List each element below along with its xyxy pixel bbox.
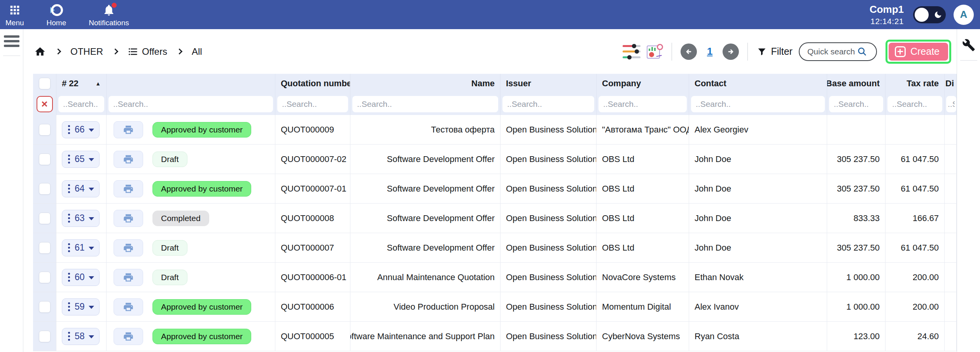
print-button[interactable] (114, 328, 143, 345)
issuer-cell: Open Business Solutions (500, 263, 597, 292)
printer-icon (123, 331, 134, 342)
search-cell-base-amount (827, 93, 886, 115)
row-select-checkbox[interactable] (39, 331, 51, 342)
search-input-quotation[interactable] (277, 96, 348, 112)
reports-dashboard-icon[interactable] (647, 44, 663, 59)
name-cell: Software Development Offer (350, 233, 500, 263)
bell-icon (102, 3, 116, 17)
search-input-contact[interactable] (691, 96, 825, 112)
home-button[interactable]: Home (47, 2, 66, 27)
dark-mode-toggle[interactable] (913, 6, 946, 23)
row-menu-button[interactable]: 63 (62, 210, 100, 227)
search-input-actions[interactable] (108, 96, 273, 112)
print-button[interactable] (114, 210, 143, 227)
arrow-right-icon (726, 47, 735, 56)
search-input-name[interactable] (352, 96, 498, 112)
column-header-discount[interactable]: Di (945, 74, 957, 93)
row-select-checkbox[interactable] (39, 272, 51, 283)
company-cell: OBS Ltd (597, 174, 689, 204)
row-select-checkbox[interactable] (39, 242, 51, 254)
name-cell: Тестова оферта (350, 115, 500, 145)
view-settings-sliders-icon[interactable] (623, 44, 640, 59)
column-header-base-amount[interactable]: Base amount (827, 74, 886, 93)
print-button[interactable] (114, 239, 143, 256)
print-button[interactable] (114, 151, 143, 168)
name-cell: Software Development Offer (350, 145, 500, 174)
row-select-checkbox[interactable] (39, 153, 51, 165)
row-menu-button[interactable]: 64 (62, 180, 100, 197)
column-header-quotation[interactable]: Quotation number (275, 74, 350, 93)
menu-button[interactable]: Menu (5, 2, 24, 27)
previous-page-button[interactable] (681, 44, 697, 60)
breadcrumb-item-other[interactable]: OTHER (70, 46, 103, 57)
home-label: Home (47, 19, 66, 27)
search-input-discount[interactable] (946, 96, 956, 112)
contact-cell: John Doe (689, 233, 827, 263)
select-all-checkbox[interactable] (39, 78, 51, 89)
create-button[interactable]: Create (889, 43, 948, 61)
toolbar-row: OTHER Offers All (23, 29, 957, 74)
tax-rate-cell: 200.00 (886, 263, 945, 292)
row-select-checkbox[interactable] (39, 124, 51, 136)
search-input-tax-rate[interactable] (887, 96, 942, 112)
quotation-number-cell: QUOT000007-02 (275, 145, 350, 174)
issuer-cell: Open Business Solutions (500, 145, 597, 174)
notifications-button[interactable]: Notifications (89, 2, 129, 27)
row-menu-cell: 63 (56, 204, 107, 233)
company-cell: Momentum Digital (597, 292, 689, 322)
user-avatar[interactable]: A (954, 5, 974, 25)
discount-cell (945, 263, 957, 292)
clear-search-button[interactable]: × (37, 96, 53, 112)
row-menu-button[interactable]: 66 (62, 121, 100, 138)
contact-cell: John Doe (689, 204, 827, 233)
row-select-checkbox[interactable] (39, 213, 51, 224)
column-header-name[interactable]: Name (350, 74, 500, 93)
search-input-company[interactable] (598, 96, 687, 112)
column-header-tax-rate[interactable]: Tax rate (886, 74, 945, 93)
filter-button[interactable]: Filter (756, 46, 793, 57)
issuer-cell: Open Business Solutions (500, 174, 597, 204)
quick-search-input[interactable] (807, 47, 857, 56)
search-input-base-amount[interactable] (829, 96, 883, 112)
filter-label: Filter (771, 46, 793, 57)
vertical-dots-icon (68, 129, 70, 131)
search-cell-contact (689, 93, 827, 115)
breadcrumb-home-icon[interactable] (34, 46, 46, 58)
column-header-issuer[interactable]: Issuer (500, 74, 597, 93)
row-menu-button[interactable]: 59 (62, 298, 100, 315)
row-actions-cell: Approved by customer (107, 115, 275, 145)
column-header-contact[interactable]: Contact (689, 74, 827, 93)
name-cell: Software Development Offer (350, 174, 500, 204)
column-header-row-count[interactable]: # 22▲ (56, 74, 107, 93)
search-input-issuer[interactable] (502, 96, 594, 112)
print-button[interactable] (114, 269, 143, 286)
row-select-checkbox[interactable] (39, 301, 51, 313)
column-header-company[interactable]: Company (597, 74, 689, 93)
row-actions-cell: Approved by customer (107, 292, 275, 322)
row-menu-button[interactable]: 61 (62, 239, 100, 256)
print-button[interactable] (114, 298, 143, 315)
navbar-right: Comp1 12:14:21 A (870, 3, 974, 26)
search-input-row-count[interactable] (58, 96, 104, 112)
discount-cell (945, 233, 957, 263)
customize-wrench-icon[interactable] (962, 38, 975, 52)
print-button[interactable] (114, 121, 143, 138)
row-select-checkbox[interactable] (39, 183, 51, 195)
toolbar-controls: 1 Filter Create (623, 40, 951, 64)
base-amount-cell: 833.33 (827, 204, 886, 233)
row-menu-cell: 64 (56, 174, 107, 204)
row-actions-cell: Approved by customer (107, 174, 275, 204)
current-page-link[interactable]: 1 (707, 45, 712, 58)
next-page-button[interactable] (723, 44, 739, 60)
breadcrumb-item-all[interactable]: All (192, 46, 202, 57)
chevron-right-icon (112, 49, 119, 55)
row-menu-button[interactable]: 60 (62, 269, 100, 286)
row-menu-button[interactable]: 58 (62, 328, 100, 345)
row-menu-button[interactable]: 65 (62, 151, 100, 168)
row-actions-cell: Draft (107, 233, 275, 263)
search-icon[interactable] (857, 47, 867, 57)
print-button[interactable] (114, 180, 143, 197)
issuer-cell: Open Business Solutions (500, 233, 597, 263)
breadcrumb-item-offers[interactable]: Offers (128, 46, 167, 57)
sidebar-hamburger-button[interactable] (4, 35, 19, 47)
